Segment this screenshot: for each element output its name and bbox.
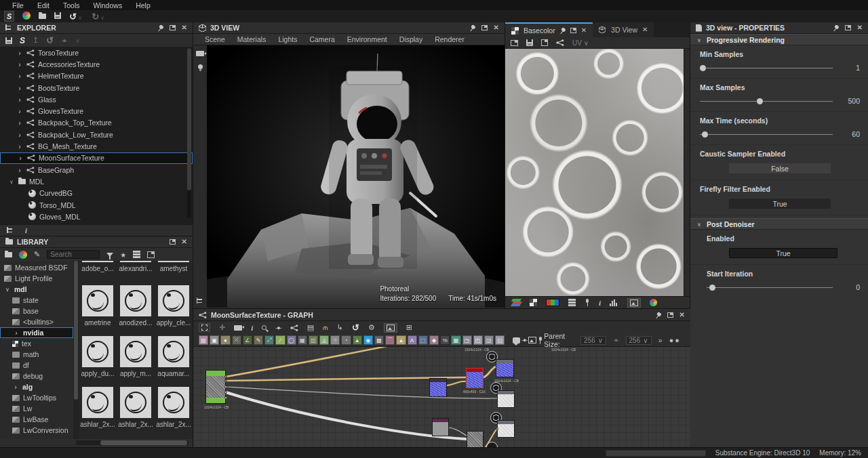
recompute-icon[interactable] (352, 322, 359, 333)
new-package-button[interactable] (22, 12, 31, 21)
pin-icon[interactable] (469, 24, 476, 31)
light-icon[interactable] (198, 64, 203, 69)
expand-icon[interactable] (12, 383, 19, 391)
undo-dropdown[interactable] (77, 14, 83, 21)
comment-icon[interactable] (513, 337, 520, 344)
asset-thumbnail[interactable] (82, 336, 113, 367)
expand-icon[interactable] (17, 154, 24, 162)
copy-icon[interactable] (541, 39, 548, 46)
zoom-icon[interactable] (262, 325, 267, 330)
pin-icon[interactable] (832, 24, 840, 31)
image-view-button[interactable] (627, 298, 641, 308)
library-tree-item[interactable]: math (0, 349, 73, 360)
denoiser-enabled-toggle[interactable]: True (729, 248, 837, 258)
max-time-value[interactable]: 60 (840, 130, 860, 138)
menu-windows[interactable]: Windows (87, 1, 130, 9)
library-tree-item[interactable]: Light Profile (0, 273, 73, 284)
library-tree-item-selected[interactable]: nvidia (0, 327, 73, 338)
tab-3d-view[interactable]: 3D View (593, 22, 654, 37)
save-button[interactable] (54, 12, 61, 20)
expand-icon[interactable] (16, 166, 23, 174)
elbow-link-icon[interactable]: ↳ (337, 323, 343, 332)
ruler-icon[interactable] (585, 299, 590, 306)
search-input[interactable] (47, 250, 100, 259)
tree-folder-mdl[interactable]: MDL (0, 175, 193, 187)
graph-node-levels[interactable] (432, 418, 449, 436)
favorites-icon[interactable] (120, 251, 126, 259)
tree-item-mdl[interactable]: Gloves_MDL (0, 211, 193, 222)
library-tree-scrollbar[interactable] (73, 261, 79, 439)
close-icon[interactable] (494, 24, 499, 31)
straighten-links-icon[interactable] (275, 325, 281, 331)
node-type-light[interactable]: ◬ (319, 335, 329, 345)
grid-view-icon[interactable] (133, 251, 140, 258)
tree-item[interactable]: Glass (0, 93, 193, 105)
tree-item[interactable]: TorsoTexture (0, 47, 193, 58)
menu-help[interactable]: Help (129, 1, 157, 9)
rgb-channels-icon[interactable] (546, 299, 559, 306)
pin-icon[interactable] (559, 26, 566, 34)
tree-item[interactable]: HelmetTexture (0, 70, 193, 82)
expand-icon[interactable] (16, 60, 23, 68)
save-package-icon[interactable] (5, 37, 12, 44)
node-type-fill[interactable]: ◆ (429, 335, 439, 345)
node-type-gradient[interactable]: ◉ (363, 335, 373, 345)
min-samples-slider[interactable] (700, 68, 833, 68)
size-link-icon[interactable] (613, 337, 618, 344)
node-type-frame4[interactable]: ◱ (495, 335, 505, 345)
node-type-mountain[interactable]: ▲ (353, 335, 362, 345)
background-checker-icon[interactable] (530, 299, 537, 306)
pin-icon[interactable] (157, 24, 164, 31)
asset-thumbnail[interactable] (120, 261, 151, 262)
edit-icon[interactable] (34, 250, 40, 259)
more-options-icon[interactable]: » (658, 336, 663, 344)
menu-display[interactable]: Display (393, 35, 429, 43)
open-button[interactable] (39, 12, 46, 20)
expand-icon[interactable] (16, 119, 23, 127)
asset-thumbnail[interactable] (82, 261, 113, 262)
min-samples-value[interactable]: 1 (840, 64, 860, 72)
redo-dropdown[interactable] (99, 14, 106, 21)
library-tree-item[interactable]: LwTooltips (0, 392, 73, 403)
section-post-denoiser[interactable]: Post Denoiser (690, 218, 868, 230)
select-tool-button[interactable] (199, 323, 210, 332)
move-tool-icon[interactable]: ✚ (219, 323, 225, 332)
float-window-icon[interactable] (667, 312, 673, 318)
node-finder-icon[interactable] (290, 325, 298, 331)
asset-thumbnail[interactable] (158, 336, 189, 367)
close-icon[interactable] (679, 312, 685, 318)
view3d-viewport[interactable]: Photoreal Iterations: 282/500 Time: 41s/… (207, 45, 505, 308)
library-tree-item[interactable]: tex (0, 338, 73, 349)
link-dropdown-icon[interactable] (75, 37, 81, 44)
tree-item[interactable]: AccessoriesTexture (0, 58, 193, 70)
start-iteration-value[interactable]: 0 (840, 283, 860, 291)
expand-icon[interactable] (16, 84, 23, 92)
float-window-icon[interactable] (170, 25, 176, 30)
node-type-arch[interactable]: ⌒ (385, 335, 395, 345)
library-hscrollbar[interactable] (76, 440, 189, 445)
overflow-icon[interactable]: ●● (669, 336, 681, 344)
thumbnails-button[interactable] (384, 323, 397, 333)
new-substance-button[interactable]: S (4, 11, 14, 22)
dot-node-icon[interactable] (521, 337, 527, 344)
tree-item[interactable]: BootsTexture (0, 82, 193, 93)
camera-icon[interactable] (196, 51, 204, 56)
graph-node-source[interactable] (205, 370, 226, 404)
library-tree-item[interactable]: debug (0, 371, 73, 381)
pin-node-icon[interactable] (538, 337, 543, 344)
expand-icon[interactable] (16, 131, 23, 139)
start-iteration-slider[interactable] (707, 287, 833, 288)
max-samples-slider[interactable] (700, 101, 833, 102)
node-type-uniform-color[interactable]: ▨ (199, 335, 208, 345)
uv-dropdown[interactable]: UV ∨ (572, 39, 589, 47)
node-type-warning[interactable]: ▲ (396, 335, 406, 345)
color-space-icon[interactable] (650, 299, 657, 306)
info-icon[interactable]: i (251, 324, 253, 332)
tree-item[interactable]: Backpack_Top_Texture (0, 117, 193, 129)
tree-item[interactable]: BaseGraph (0, 164, 193, 175)
link-icon[interactable] (61, 37, 66, 44)
info-tab-icon[interactable]: i (25, 226, 27, 234)
save-image-icon[interactable] (526, 39, 533, 46)
menu-renderer[interactable]: Renderer (429, 35, 471, 43)
expand-icon[interactable] (13, 329, 20, 337)
